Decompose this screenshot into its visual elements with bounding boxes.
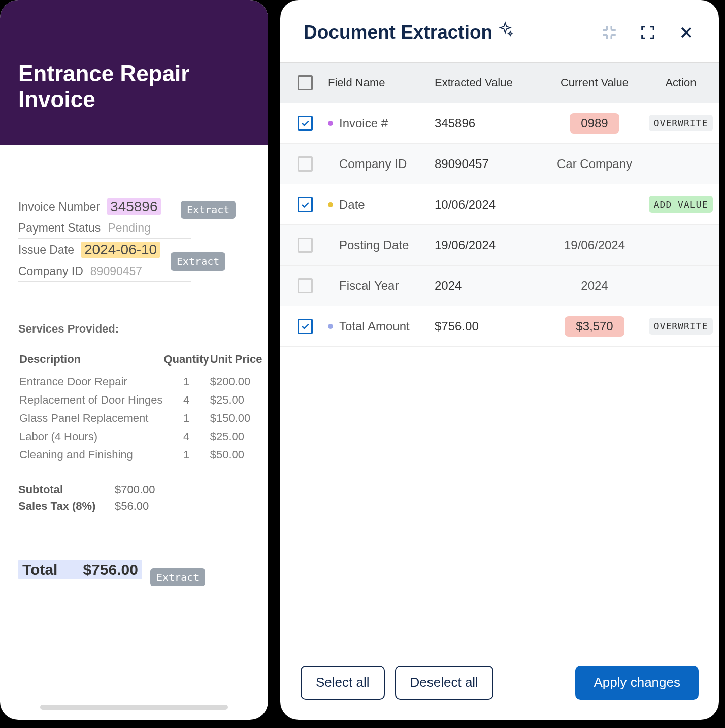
current-value: 19/06/2024 <box>546 238 643 252</box>
overwrite-button[interactable]: OVERWRITE <box>649 318 713 335</box>
overwrite-button[interactable]: OVERWRITE <box>649 115 713 131</box>
extraction-title-text: Document Extraction <box>304 22 492 43</box>
extraction-row: Company ID89090457Car Company <box>280 144 719 184</box>
field-value-highlight: 2024-06-10 <box>81 242 160 258</box>
current-value: $3,570 <box>546 316 643 337</box>
minimize-icon[interactable] <box>600 23 618 42</box>
deselect-all-button[interactable]: Deselect all <box>395 666 493 700</box>
field-name-cell: Invoice # <box>328 116 435 130</box>
field-invoice-number: Invoice Number 345896 <box>18 195 191 218</box>
extraction-panel: Document Extraction Field Name Extracted… <box>280 0 719 720</box>
document-body: Invoice Number 345896 Extract Payment St… <box>0 145 268 720</box>
extraction-header: Document Extraction <box>280 0 719 62</box>
table-header-row: Field Name Extracted Value Current Value… <box>280 62 719 103</box>
action-cell: OVERWRITE <box>643 115 719 131</box>
extraction-title: Document Extraction <box>304 21 514 43</box>
extraction-row: Invoice #3458960989OVERWRITE <box>280 103 719 144</box>
service-desc: Labor (4 Hours) <box>19 428 162 445</box>
extract-tag[interactable]: Extract <box>181 201 236 219</box>
service-price: $25.00 <box>210 428 262 445</box>
header-extracted: Extracted Value <box>435 76 546 89</box>
service-price: $25.00 <box>210 391 262 409</box>
service-price: $150.00 <box>210 410 262 427</box>
action-cell: OVERWRITE <box>643 318 719 335</box>
field-label: Payment Status <box>18 221 101 235</box>
subtotal-label: Subtotal <box>18 483 94 497</box>
field-value: 89090457 <box>90 264 142 278</box>
extraction-row: Posting Date19/06/202419/06/2024 <box>280 225 719 266</box>
field-name-cell: Date <box>328 197 435 212</box>
status-dot <box>328 121 333 126</box>
apply-changes-button[interactable]: Apply changes <box>575 666 699 700</box>
field-name-cell: Company ID <box>328 157 435 171</box>
field-value-highlight: 345896 <box>107 198 160 215</box>
extract-tag[interactable]: Extract <box>150 568 205 586</box>
service-qty: 1 <box>163 446 209 464</box>
row-checkbox[interactable] <box>298 319 313 334</box>
service-row: Labor (4 Hours)4$25.00 <box>19 428 262 445</box>
header-current: Current Value <box>546 76 643 89</box>
row-checkbox[interactable] <box>298 156 313 172</box>
totals-block: Subtotal$700.00 Sales Tax (8%)$56.00 <box>18 482 250 514</box>
extraction-row: Total Amount$756.00$3,570OVERWRITE <box>280 306 719 347</box>
header-field-name: Field Name <box>328 76 435 89</box>
row-checkbox[interactable] <box>298 238 313 253</box>
field-value: Pending <box>108 221 150 235</box>
field-name-text: Invoice # <box>339 116 388 130</box>
action-cell: ADD VALUE <box>643 196 719 213</box>
service-qty: 1 <box>163 410 209 427</box>
total-value: $756.00 <box>83 561 138 578</box>
status-dot <box>328 202 333 207</box>
field-label: Company ID <box>18 264 83 278</box>
service-row: Entrance Door Repair1$200.00 <box>19 373 262 390</box>
total-label: Total <box>22 561 57 578</box>
field-payment-status: Payment Status Pending <box>18 218 191 239</box>
field-issue-date: Issue Date 2024-06-10 <box>18 239 191 261</box>
row-checkbox[interactable] <box>298 278 313 293</box>
service-desc: Entrance Door Repair <box>19 373 162 390</box>
close-icon[interactable] <box>677 23 696 42</box>
service-desc: Glass Panel Replacement <box>19 410 162 427</box>
extracted-value: 19/06/2024 <box>435 238 546 252</box>
add-value-button[interactable]: ADD VALUE <box>649 196 713 213</box>
total-row-highlight: Total $756.00 <box>18 560 142 579</box>
field-name-text: Fiscal Year <box>339 279 399 293</box>
service-desc: Cleaning and Finishing <box>19 446 162 464</box>
field-name-text: Date <box>339 197 365 212</box>
services-heading: Services Provided: <box>18 322 250 336</box>
field-label: Invoice Number <box>18 200 100 214</box>
select-all-checkbox[interactable] <box>298 75 313 90</box>
row-checkbox[interactable] <box>298 116 313 131</box>
extracted-value: 10/06/2024 <box>435 197 546 212</box>
extraction-footer: Select all Deselect all Apply changes <box>280 650 719 720</box>
maximize-icon[interactable] <box>639 23 657 42</box>
service-price: $200.00 <box>210 373 262 390</box>
extraction-row: Fiscal Year20242024 <box>280 266 719 306</box>
field-label: Issue Date <box>18 243 74 257</box>
tax-label: Sales Tax (8%) <box>18 500 94 513</box>
horizontal-scrollbar[interactable] <box>40 705 228 710</box>
status-dot <box>328 324 333 329</box>
service-qty: 4 <box>163 391 209 409</box>
field-name-cell: Fiscal Year <box>328 279 435 293</box>
field-name-text: Posting Date <box>339 238 409 252</box>
service-desc: Replacement of Door Hinges <box>19 391 162 409</box>
row-checkbox[interactable] <box>298 197 313 212</box>
current-value-pill: $3,570 <box>565 316 624 337</box>
extraction-table: Field Name Extracted Value Current Value… <box>280 62 719 650</box>
extracted-value: $756.00 <box>435 319 546 334</box>
field-name-text: Company ID <box>339 157 407 171</box>
document-title: Entrance Repair Invoice <box>18 61 250 112</box>
service-qty: 4 <box>163 428 209 445</box>
document-header: Entrance Repair Invoice <box>0 0 268 145</box>
select-all-button[interactable]: Select all <box>301 666 385 700</box>
service-row: Cleaning and Finishing1$50.00 <box>19 446 262 464</box>
col-description: Description <box>19 351 162 372</box>
service-qty: 1 <box>163 373 209 390</box>
service-row: Replacement of Door Hinges4$25.00 <box>19 391 262 409</box>
service-row: Glass Panel Replacement1$150.00 <box>19 410 262 427</box>
header-action: Action <box>643 76 719 89</box>
extracted-value: 345896 <box>435 116 546 130</box>
field-name-cell: Total Amount <box>328 319 435 334</box>
current-value: 2024 <box>546 279 643 293</box>
